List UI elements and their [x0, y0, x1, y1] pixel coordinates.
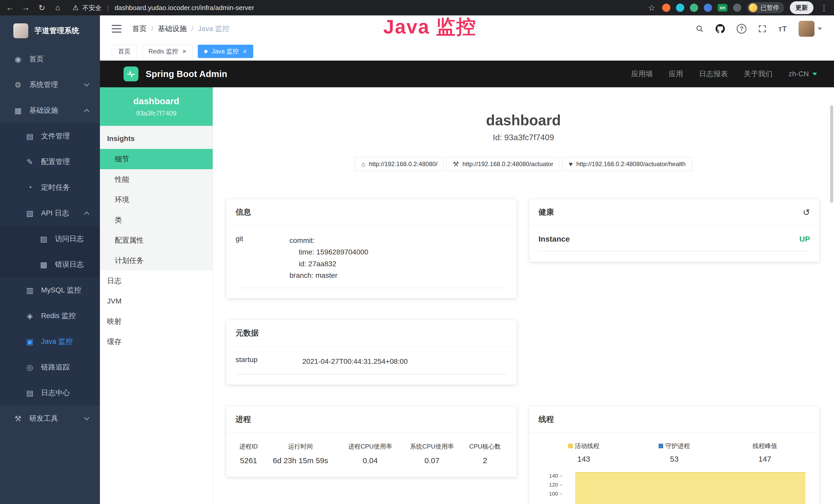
sidebar-item-file-management[interactable]: ▤ 文件管理 [0, 123, 100, 149]
close-icon[interactable]: × [182, 48, 186, 55]
bookmark-star-icon[interactable]: ☆ [647, 3, 657, 13]
back-icon[interactable]: ← [5, 3, 15, 12]
status-badge: UP [799, 235, 810, 244]
sidebar-item-link-tracing[interactable]: ◎ 链路追踪 [0, 354, 100, 380]
sidebar-item-infrastructure[interactable]: ▦ 基础设施 [0, 97, 100, 123]
text-size-icon[interactable]: тT [778, 24, 787, 33]
sidebar-item-home[interactable]: ◉ 首页 [0, 46, 100, 72]
language-dropdown[interactable]: zh-CN [789, 70, 817, 78]
profile-paused-chip[interactable]: 已暂停 [747, 2, 784, 13]
tab-label: 首页 [118, 47, 130, 55]
extension-icon-teal[interactable] [676, 4, 684, 12]
sba-nav-wallboard[interactable]: 应用墙 [631, 69, 653, 79]
health-instance-row[interactable]: Instance UP [539, 235, 810, 251]
reload-icon[interactable]: ↻ [37, 3, 47, 13]
user-avatar[interactable] [798, 21, 822, 37]
browser-menu-icon[interactable]: ⋮ [819, 3, 829, 13]
help-icon[interactable]: ? [737, 24, 746, 33]
sidebar-item-mysql-monitor[interactable]: ▥ MySQL 监控 [0, 277, 100, 303]
active-dot [204, 50, 207, 53]
security-label[interactable]: 不安全 [82, 4, 102, 12]
legend-label: 守护进程 [665, 442, 690, 450]
sba-nav-applications[interactable]: 应用 [669, 69, 683, 79]
process-table: 进程ID 运行时间 进程CPU使用率 系统CPU使用率 CPU核心数 5261 [236, 442, 507, 466]
search-icon[interactable] [696, 25, 704, 33]
sba-nav-about[interactable]: 关于我们 [744, 69, 773, 79]
peak-threads-value: 147 [720, 455, 810, 463]
address-divider: | [107, 4, 109, 12]
sba-nav-journal[interactable]: 日志报表 [699, 69, 728, 79]
sidebar-item-label: 错误日志 [55, 259, 84, 269]
sba-nav: 应用墙 应用 日志报表 关于我们 zh-CN [631, 69, 817, 79]
address-bar[interactable]: ⚠ 不安全 | dashboard.yudao.iocoder.cn/infra… [72, 4, 254, 12]
sidebar-item-access-logs[interactable]: ▨ 访问日志 [0, 226, 100, 252]
sba-item-logs[interactable]: 日志 [100, 271, 213, 291]
sba-brand-title[interactable]: Spring Boot Admin [146, 69, 227, 79]
sba-item-details[interactable]: 细节 [100, 149, 213, 169]
health-url-link[interactable]: ♥ http://192.168.0.2:48080/actuator/heal… [562, 157, 692, 171]
chevron-down-icon [817, 27, 822, 30]
breadcrumb-home[interactable]: 首页 [132, 24, 147, 33]
security-warning-icon[interactable]: ⚠ [72, 4, 79, 12]
tag-tab-bar: 首页 Redis 监控 × Java 监控 × [100, 42, 834, 61]
history-icon[interactable]: ↺ [803, 207, 810, 217]
breadcrumb-infrastructure[interactable]: 基础设施 [158, 24, 187, 33]
extension-icon-green[interactable] [690, 4, 698, 12]
git-id-line: id: 27aa832 [289, 258, 507, 270]
sba-item-classes[interactable]: 类 [100, 210, 213, 230]
forward-icon[interactable]: → [21, 3, 31, 12]
extension-icon-gray[interactable] [733, 4, 741, 12]
extension-icon-orange[interactable] [662, 4, 671, 12]
close-icon[interactable]: × [243, 48, 247, 55]
sba-item-environment[interactable]: 环境 [100, 189, 213, 210]
sba-item-scheduled-tasks[interactable]: 计划任务 [100, 250, 213, 271]
fullscreen-icon[interactable] [758, 25, 766, 33]
instance-name: dashboard [133, 96, 179, 106]
extension-on-badge[interactable]: on [718, 4, 727, 12]
github-icon[interactable] [716, 24, 725, 33]
sidebar-item-dev-tools[interactable]: ⚒ 研发工具 [0, 406, 100, 431]
instance-header[interactable]: dashboard 93a3fc7f7409 [100, 87, 213, 126]
sba-header: Spring Boot Admin 应用墙 应用 日志报表 关于我们 zh-CN [100, 61, 834, 87]
avatar-image [798, 21, 814, 37]
browser-update-button[interactable]: 更新 [790, 1, 813, 14]
url-text[interactable]: dashboard.yudao.iocoder.cn/infra/admin-s… [114, 4, 254, 12]
sba-item-jvm[interactable]: JVM [100, 291, 213, 311]
sidebar-item-api-logs[interactable]: ▧ API 日志 [0, 200, 100, 226]
y-axis-tick: 100 [539, 491, 562, 497]
process-col-proc-cpu: 进程CPU使用率 [339, 442, 401, 456]
sba-sidebar: dashboard 93a3fc7f7409 Insights 细节 性能 环境… [100, 87, 213, 504]
sidebar-item-error-logs[interactable]: ▩ 错误日志 [0, 252, 100, 277]
legend-active-threads: 活动线程 143 [539, 442, 629, 463]
app-sidebar: 芋道管理系统 ◉ 首页 ⚙ 系统管理 ▦ 基础设施 ▤ 文件管理 ✎ [0, 16, 100, 504]
sba-item-config-props[interactable]: 配置属性 [100, 230, 213, 250]
scrollbar-thumb[interactable] [830, 105, 833, 203]
sidebar-item-java-monitor[interactable]: ▣ Java 监控 [0, 329, 100, 354]
sidebar-item-label: 系统管理 [29, 80, 58, 90]
sidebar-item-config-management[interactable]: ✎ 配置管理 [0, 149, 100, 175]
sba-item-metrics[interactable]: 性能 [100, 169, 213, 189]
browser-home-icon[interactable]: ⌂ [53, 3, 63, 12]
collapse-sidebar-icon[interactable] [112, 25, 122, 32]
sidebar-item-redis-monitor[interactable]: ◈ Redis 监控 [0, 303, 100, 329]
actuator-url-link[interactable]: ⚒ http://192.168.0.2:48080/actuator [446, 157, 560, 171]
sba-item-caches[interactable]: 缓存 [100, 331, 213, 352]
tab-java-monitor[interactable]: Java 监控 × [198, 45, 253, 58]
active-threads-area [575, 472, 806, 504]
java-monitor-icon: ▣ [25, 337, 35, 346]
chevron-down-icon [84, 415, 89, 420]
service-url-link[interactable]: ⌂ http://192.168.0.2:48080/ [355, 157, 444, 171]
log-icon: ▧ [25, 209, 35, 218]
legend-daemon-threads: 守护进程 53 [629, 442, 720, 463]
tab-home[interactable]: 首页 [112, 45, 137, 58]
sidebar-item-scheduled-tasks[interactable]: ◔ 定时任务 [0, 175, 100, 200]
chevron-down-icon [84, 81, 89, 86]
sidebar-item-system-management[interactable]: ⚙ 系统管理 [0, 72, 100, 97]
chevron-up-icon [84, 109, 89, 114]
sba-item-mappings[interactable]: 映射 [100, 311, 213, 331]
extension-icon-blue[interactable] [704, 4, 712, 12]
tab-redis-monitor[interactable]: Redis 监控 × [142, 45, 193, 58]
sidebar-item-log-center[interactable]: ▤ 日志中心 [0, 380, 100, 406]
edit-icon: ✎ [25, 157, 35, 166]
daemon-threads-swatch [659, 444, 663, 448]
